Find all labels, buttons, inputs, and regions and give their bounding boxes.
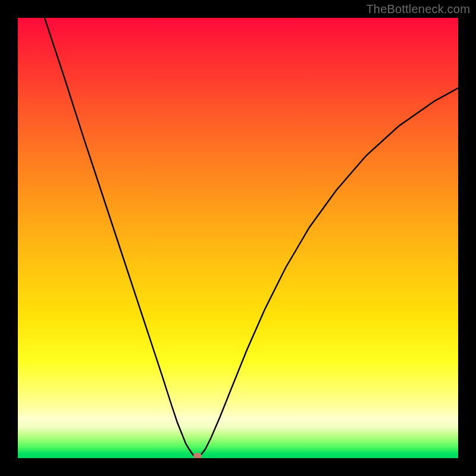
bottleneck-curve — [45, 18, 458, 457]
attribution-label: TheBottleneck.com — [366, 2, 470, 16]
plot-area — [18, 18, 458, 458]
curve-svg — [18, 18, 458, 458]
chart-container: TheBottleneck.com — [0, 0, 476, 476]
optimal-point-marker — [193, 453, 202, 458]
